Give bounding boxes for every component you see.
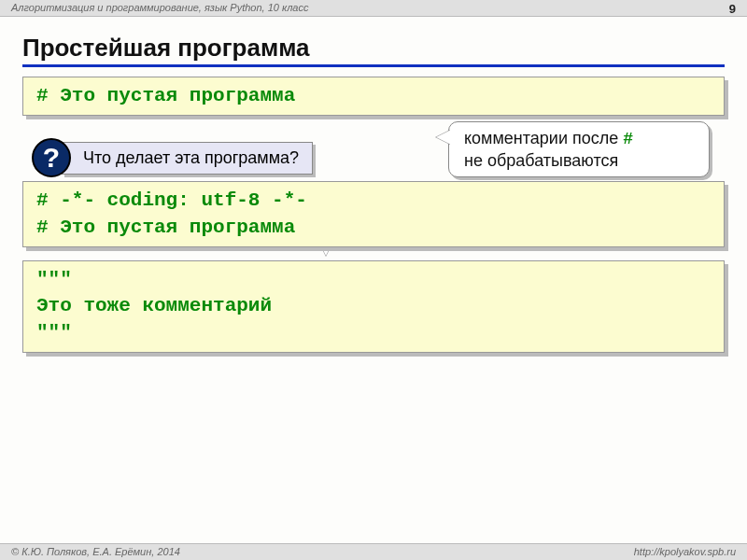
code-line: """	[36, 320, 711, 346]
footer-url: http://kpolyakov.spb.ru	[634, 546, 736, 560]
footer-bar: © К.Ю. Поляков, Е.А. Ерёмин, 2014 http:/…	[0, 543, 747, 560]
code-line: # Это пустая программа	[36, 83, 711, 109]
copyright: © К.Ю. Поляков, Е.А. Ерёмин, 2014	[11, 546, 180, 560]
question-row: ? Что делает эта программа?	[32, 138, 313, 177]
code-box-3: """ Это тоже комментарий """	[22, 260, 725, 353]
code-line: """	[36, 267, 711, 293]
page-number: 9	[729, 2, 736, 16]
question-text: Что делает эта программа?	[62, 142, 313, 175]
question-badge-icon: ?	[32, 138, 71, 177]
hash-symbol: #	[623, 130, 633, 148]
callout-tail-icon	[436, 130, 451, 145]
callout-line: не обрабатываются	[464, 150, 694, 172]
course-title: Алгоритмизация и программирование, язык …	[11, 2, 308, 16]
code-line: Это тоже комментарий	[36, 293, 711, 319]
code-line: # Это пустая программа	[36, 215, 711, 241]
slide-title: Простейшая программа	[22, 34, 725, 67]
header-bar: Алгоритмизация и программирование, язык …	[0, 0, 747, 17]
callout-hash-comment: комментарии после # не обрабатываются	[448, 121, 710, 177]
code-line: # -*- coding: utf-8 -*-	[36, 188, 711, 214]
code-box-1: # Это пустая программа	[22, 77, 725, 116]
callout-line: комментарии после #	[464, 128, 694, 150]
code-box-2: # -*- coding: utf-8 -*- # Это пустая про…	[22, 181, 725, 247]
